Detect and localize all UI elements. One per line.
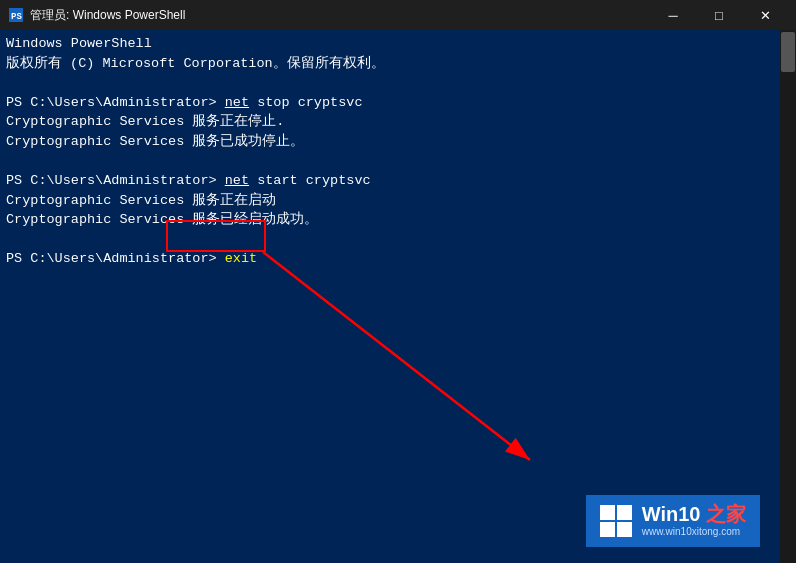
window-controls: ─ □ ✕ — [650, 0, 788, 30]
maximize-button[interactable]: □ — [696, 0, 742, 30]
terminal-line: Cryptographic Services 服务已经启动成功。 — [6, 210, 774, 230]
terminal-content[interactable]: Windows PowerShell 版权所有 (C) Microsoft Co… — [0, 30, 780, 563]
terminal-line: PS C:\Users\Administrator> net stop cryp… — [6, 93, 774, 113]
watermark-text: Win10 之家 www.win10xitong.com — [642, 503, 746, 540]
terminal-line: Windows PowerShell — [6, 34, 774, 54]
close-button[interactable]: ✕ — [742, 0, 788, 30]
powershell-icon: PS — [8, 7, 24, 23]
watermark-accent: 之家 — [706, 503, 746, 525]
terminal-line: Cryptographic Services 服务正在启动 — [6, 191, 774, 211]
watermark-title: Win10 之家 — [642, 503, 746, 525]
terminal-line: Cryptographic Services 服务正在停止. — [6, 112, 774, 132]
terminal-line: PS C:\Users\Administrator> exit — [6, 249, 774, 269]
title-bar: PS 管理员: Windows PowerShell ─ □ ✕ — [0, 0, 796, 30]
svg-text:PS: PS — [11, 12, 22, 22]
terminal-line — [6, 230, 774, 250]
scrollbar[interactable] — [780, 30, 796, 563]
terminal-line — [6, 73, 774, 93]
watermark-url: www.win10xitong.com — [642, 525, 746, 540]
terminal-line: PS C:\Users\Administrator> net start cry… — [6, 171, 774, 191]
scrollbar-thumb[interactable] — [781, 32, 795, 72]
powershell-window: Windows PowerShell 版权所有 (C) Microsoft Co… — [0, 30, 796, 563]
minimize-button[interactable]: ─ — [650, 0, 696, 30]
svg-line-3 — [263, 252, 530, 460]
terminal-line: Cryptographic Services 服务已成功停止。 — [6, 132, 774, 152]
windows-logo — [600, 505, 632, 537]
window-title: 管理员: Windows PowerShell — [30, 7, 650, 24]
terminal-line: 版权所有 (C) Microsoft Corporation。保留所有权利。 — [6, 54, 774, 74]
watermark: Win10 之家 www.win10xitong.com — [586, 495, 760, 548]
terminal-line — [6, 151, 774, 171]
